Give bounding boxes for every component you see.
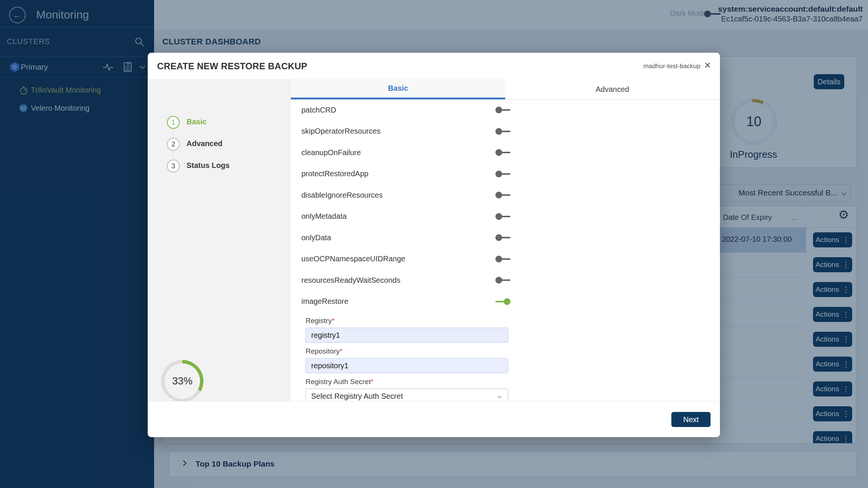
- step-2-advanced[interactable]: 2: [167, 138, 180, 151]
- backup-name: madhur-test-backup: [643, 63, 700, 70]
- toggle-row-resourcesreadywaitseconds: resourcesReadyWaitSeconds: [301, 270, 510, 291]
- step-1-label: Basic: [186, 117, 206, 126]
- app-window: ← Monitoring CLUSTERS Primary: [0, 0, 868, 488]
- toggle-row-disableignoreresources: disableIgnoreResources: [301, 185, 510, 206]
- useocpnamespaceuidrange-toggle[interactable]: [495, 256, 510, 262]
- step-2-label: Advanced: [186, 139, 223, 148]
- toggle-row-onlydata: onlyData: [301, 227, 510, 249]
- toggle-row-cleanuponfailure: cleanupOnFailure: [301, 142, 510, 163]
- close-icon[interactable]: ×: [701, 59, 714, 72]
- cleanuponfailure-toggle[interactable]: [495, 149, 510, 156]
- registry-auth-secret-label: Registry Auth Secret*: [306, 378, 508, 386]
- toggle-options-list: patchCRD skipOperatorResources cleanupOn…: [301, 99, 510, 312]
- protectrestoredapp-toggle[interactable]: [495, 171, 510, 177]
- modal-steps-panel: 1 Basic 2 Advanced 3 Status Logs 33% Pro…: [148, 79, 291, 401]
- repository-input[interactable]: [306, 358, 508, 373]
- step-3-label: Status Logs: [186, 161, 229, 170]
- imagerestore-toggle[interactable]: [495, 298, 510, 305]
- toggle-row-protectrestoredapp: protectRestoredApp: [301, 163, 510, 185]
- patchcrd-toggle[interactable]: [495, 107, 510, 113]
- step-3-status-logs[interactable]: 3: [167, 160, 180, 172]
- onlydata-toggle[interactable]: [495, 234, 510, 241]
- tab-advanced[interactable]: Advanced: [505, 79, 720, 99]
- registry-label: Registry*: [306, 317, 508, 325]
- progress-ring: 33%: [161, 360, 203, 402]
- skipoperatorresources-toggle[interactable]: [495, 128, 510, 135]
- modal-header: CREATE NEW RESTORE BACKUP madhur-test-ba…: [148, 53, 720, 79]
- toggle-row-skipoperatorresources: skipOperatorResources: [301, 121, 510, 142]
- progress-percent: 33%: [161, 360, 203, 402]
- onlymetadata-toggle[interactable]: [495, 213, 510, 220]
- tab-basic[interactable]: Basic: [291, 79, 505, 99]
- repository-label: Repository*: [306, 347, 508, 355]
- toggle-row-useocpnamespaceuidrange: useOCPNamespaceUIDRange: [301, 249, 510, 270]
- step-1-basic[interactable]: 1: [167, 116, 180, 129]
- required-asterisk: *: [340, 347, 342, 355]
- toggle-row-imagerestore: imageRestore: [301, 291, 510, 313]
- modal-tab-bar: Basic Advanced: [291, 79, 720, 100]
- required-asterisk: *: [371, 378, 373, 386]
- registry-input[interactable]: [306, 328, 508, 343]
- next-button[interactable]: Next: [671, 412, 711, 427]
- toggle-row-onlymetadata: onlyMetadata: [301, 206, 510, 227]
- modal-title: CREATE NEW RESTORE BACKUP: [157, 61, 307, 72]
- toggle-row-patchcrd: patchCRD: [301, 99, 510, 121]
- required-asterisk: *: [332, 317, 335, 325]
- modal-footer: Next: [148, 401, 720, 437]
- disableignoreresources-toggle[interactable]: [495, 192, 510, 198]
- resourcesreadywaitseconds-toggle[interactable]: [495, 277, 510, 284]
- create-restore-backup-modal: CREATE NEW RESTORE BACKUP madhur-test-ba…: [148, 53, 720, 437]
- image-restore-fields: Registry* Repository* Registry Auth Secr…: [306, 312, 508, 404]
